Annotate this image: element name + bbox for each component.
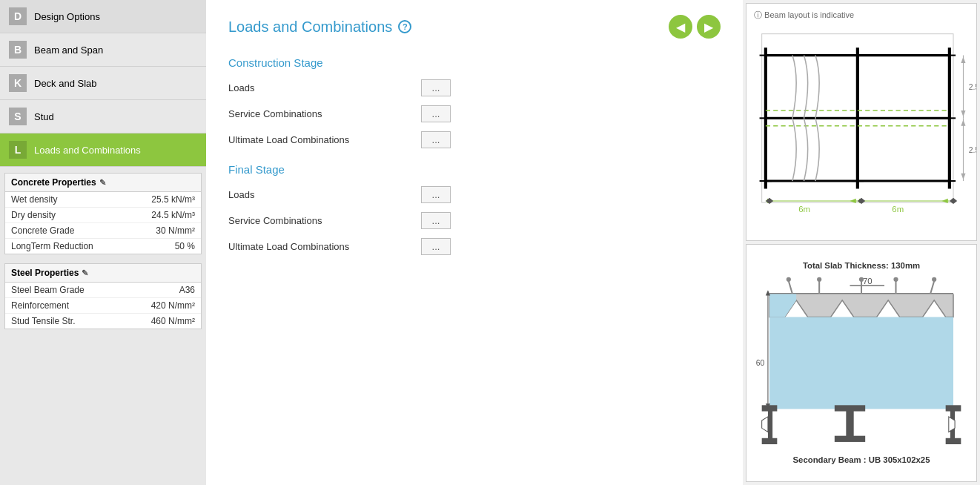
svg-point-43 [787, 277, 791, 282]
final-loads-row: Loads ... [228, 186, 721, 203]
svg-marker-68 [766, 290, 770, 295]
final-ultimate-label: Ultimate Load Combinations [228, 241, 421, 252]
right-panel: ⓘ Beam layout is indicative [743, 0, 980, 485]
svg-text:60: 60 [756, 359, 765, 367]
nav-letter-l: L [9, 141, 27, 159]
svg-text:Secondary Beam : UB 305x102x25: Secondary Beam : UB 305x102x25 [792, 455, 930, 464]
construction-stage-section: Construction Stage Loads ... Service Com… [228, 56, 721, 148]
sidebar-label-stud: Stud [34, 111, 54, 122]
final-stage-section: Final Stage Loads ... Service Combinatio… [228, 163, 721, 255]
construction-service-btn[interactable]: ... [421, 105, 451, 122]
help-icon[interactable]: ? [398, 20, 411, 33]
sidebar-label-design: Design Options [34, 11, 100, 22]
prop-dry-density: Dry density 24.5 kN/m³ [5, 208, 201, 223]
svg-marker-64 [762, 417, 768, 432]
svg-rect-62 [946, 405, 961, 411]
sidebar-label-beam: Beam and Span [34, 44, 103, 56]
main-content: Loads and Combinations ? ◀ ▶ Constructio… [206, 0, 743, 485]
steel-properties-title: Steel Properties ✎ [5, 264, 201, 283]
page-title: Loads and Combinations ? [228, 19, 411, 36]
final-ultimate-btn[interactable]: ... [421, 238, 451, 255]
prev-button[interactable]: ◀ [669, 15, 692, 39]
prop-wet-density: Wet density 25.5 kN/m³ [5, 192, 201, 208]
construction-ultimate-label: Ultimate Load Combinations [228, 134, 421, 145]
beam-layout-diagram: ⓘ Beam layout is indicative [746, 3, 977, 241]
concrete-properties-title: Concrete Properties ✎ [5, 174, 201, 192]
sidebar-label-loads: Loads and Combinations [34, 145, 141, 156]
svg-rect-56 [835, 405, 865, 411]
sidebar-item-deck[interactable]: K Deck and Slab [0, 67, 206, 100]
prop-reinforcement: Reinforcement 420 N/mm² [5, 298, 201, 314]
final-ultimate-row: Ultimate Load Combinations ... [228, 238, 721, 255]
svg-marker-24 [961, 174, 965, 179]
construction-loads-label: Loads [228, 82, 421, 93]
concrete-edit-icon[interactable]: ✎ [99, 178, 106, 188]
sidebar-item-loads[interactable]: L Loads and Combinations [0, 133, 206, 167]
final-service-btn[interactable]: ... [421, 212, 451, 229]
svg-text:6m: 6m [798, 205, 810, 214]
svg-text:Total Slab Thickness: 130mm: Total Slab Thickness: 130mm [803, 261, 920, 270]
steel-edit-icon[interactable]: ✎ [82, 268, 88, 278]
beam-layout-svg: 2.5 2.5 6m 6m [746, 4, 976, 240]
prop-concrete-grade: Concrete Grade 30 N/mm² [5, 223, 201, 239]
final-loads-label: Loads [228, 189, 421, 200]
svg-rect-57 [835, 436, 865, 442]
construction-ultimate-btn[interactable]: ... [421, 131, 451, 148]
construction-stage-title: Construction Stage [228, 56, 721, 69]
svg-line-42 [789, 281, 792, 294]
slab-diagram: Total Slab Thickness: 130mm 70 [746, 244, 977, 482]
svg-rect-63 [946, 438, 961, 444]
construction-ultimate-row: Ultimate Load Combinations ... [228, 131, 721, 148]
construction-service-row: Service Combinations ... [228, 105, 721, 122]
prop-beam-grade: Steel Beam Grade A36 [5, 283, 201, 298]
nav-letter-b: B [9, 41, 27, 59]
steel-properties-panel: Steel Properties ✎ Steel Beam Grade A36 … [4, 263, 202, 329]
final-service-label: Service Combinations [228, 215, 421, 226]
sidebar-item-beam[interactable]: B Beam and Span [0, 33, 206, 67]
svg-marker-23 [961, 119, 965, 125]
svg-rect-59 [762, 405, 778, 411]
svg-marker-53 [769, 294, 796, 317]
final-stage-title: Final Stage [228, 163, 721, 176]
sidebar-item-stud[interactable]: S Stud [0, 100, 206, 133]
svg-rect-52 [769, 317, 953, 409]
page-title-row: Loads and Combinations ? ◀ ▶ [228, 15, 721, 39]
svg-point-49 [893, 277, 898, 282]
svg-text:70: 70 [863, 277, 873, 286]
beam-layout-note: ⓘ Beam layout is indicative [749, 7, 858, 24]
nav-letter-d: D [9, 7, 27, 25]
sidebar-item-design[interactable]: D Design Options [0, 0, 206, 33]
svg-point-51 [932, 277, 936, 282]
next-button[interactable]: ▶ [697, 15, 721, 39]
final-service-row: Service Combinations ... [228, 212, 721, 229]
sidebar-label-deck: Deck and Slab [34, 78, 97, 89]
svg-point-45 [817, 277, 821, 282]
svg-rect-60 [762, 438, 778, 444]
svg-point-47 [859, 277, 864, 282]
svg-rect-55 [846, 409, 853, 440]
prop-stud-tensile: Stud Tensile Str. 460 N/mm² [5, 314, 201, 329]
final-loads-btn[interactable]: ... [421, 186, 451, 203]
svg-text:2.5: 2.5 [969, 83, 976, 91]
sidebar: D Design Options B Beam and Span K Deck … [0, 0, 206, 485]
nav-letter-k: K [9, 74, 27, 92]
svg-text:6m: 6m [892, 205, 904, 214]
svg-marker-20 [961, 110, 965, 116]
svg-marker-19 [961, 57, 965, 63]
svg-text:2.5: 2.5 [969, 146, 976, 154]
construction-loads-btn[interactable]: ... [421, 79, 451, 96]
construction-loads-row: Loads ... [228, 79, 721, 96]
concrete-properties-panel: Concrete Properties ✎ Wet density 25.5 k… [4, 173, 202, 254]
nav-arrows: ◀ ▶ [669, 15, 721, 39]
svg-line-50 [930, 281, 934, 294]
slab-svg: Total Slab Thickness: 130mm 70 [746, 245, 976, 481]
nav-letter-s: S [9, 108, 27, 125]
prop-longterm: LongTerm Reduction 50 % [5, 239, 201, 254]
construction-service-label: Service Combinations [228, 108, 421, 119]
